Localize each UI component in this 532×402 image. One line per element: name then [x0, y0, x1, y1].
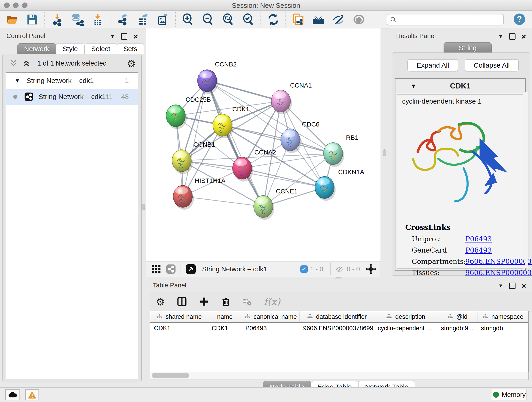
import-table-icon[interactable] [91, 13, 104, 26]
edge-CDK1-RB1[interactable] [222, 125, 333, 153]
cloud-status-button[interactable] [5, 389, 20, 400]
left-splitter-handle[interactable] [142, 204, 145, 211]
node-HIST1H1A[interactable]: HIST1H1A [173, 177, 225, 210]
crosslink-link[interactable]: 9606.ENSP00000378699 [465, 257, 532, 265]
protein-structure-image [404, 111, 516, 218]
zoom-fit-icon[interactable] [222, 13, 234, 26]
export-table-icon[interactable] [137, 13, 149, 26]
column-header-database-identifier[interactable]: database identifier [299, 311, 374, 322]
column-header-description[interactable]: description [374, 311, 437, 322]
clone-network-icon[interactable] [292, 13, 304, 26]
edge-CCNA2-CDKN1A[interactable] [242, 168, 325, 187]
results-panel-float-icon[interactable]: ▼ [498, 33, 503, 39]
open-session-icon[interactable] [6, 13, 18, 26]
save-session-icon[interactable] [26, 13, 38, 26]
edge-CCNB2-CCNA1[interactable] [207, 81, 281, 101]
column-header-shared-name[interactable]: shared name [150, 311, 208, 322]
column-header--id[interactable]: @id [437, 311, 477, 322]
import-network-from-database-icon[interactable] [71, 13, 84, 26]
node-CCNA2[interactable]: CCNA2 [233, 149, 276, 182]
table-cell[interactable]: stringdb [477, 322, 528, 334]
control-panel-close-icon[interactable]: × [133, 34, 138, 39]
edge-CCNA1-CDC25B[interactable] [176, 101, 281, 116]
crosslink-link[interactable]: 9606.ENSP00000378699 [465, 269, 532, 277]
export-image-icon[interactable] [157, 13, 169, 26]
expand-all-button[interactable]: Expand All [407, 59, 458, 71]
refresh-view-icon[interactable] [267, 13, 279, 26]
node-CCNB2[interactable]: CCNB2 [197, 61, 237, 94]
show-columns-icon[interactable] [177, 296, 187, 307]
search-box[interactable] [387, 14, 504, 26]
search-input[interactable] [397, 16, 489, 24]
zoom-out-icon[interactable] [202, 13, 214, 26]
crosslink-link[interactable]: P06493 [465, 246, 492, 254]
table-cell[interactable]: 9606.ENSP00000378699 [299, 322, 374, 334]
delete-table-icon[interactable] [243, 297, 252, 306]
network-canvas[interactable]: CCNB2CCNA1CDC25BCDK1CDC6RB1CCNB1CCNA2CDK… [146, 28, 381, 262]
network-view-icon[interactable] [166, 264, 176, 274]
edge-HIST1H1A-CCNE1[interactable] [183, 196, 263, 206]
node-CCNA1[interactable]: CCNA1 [271, 82, 312, 114]
memory-button[interactable]: Memory [492, 389, 527, 400]
birdseye-view-icon[interactable] [186, 264, 196, 274]
first-neighbors-icon[interactable] [312, 13, 325, 26]
network-collection-row[interactable]: ▼ String Network – cdk1 1 [6, 73, 138, 89]
warnings-button[interactable] [25, 389, 39, 400]
delete-column-icon[interactable] [221, 297, 231, 307]
edge-CCNB2-CCNE1[interactable] [207, 81, 263, 206]
column-header-name[interactable]: name [208, 311, 242, 322]
grid-mode-icon[interactable] [151, 264, 161, 274]
add-column-icon[interactable] [199, 297, 209, 307]
network-options-gear-icon[interactable]: ⚙ [127, 58, 136, 70]
column-header-canonical-name[interactable]: canonical name [242, 311, 299, 322]
string-results-box: Expand All Collapse All ▼ CDK1 cyclin-de… [392, 52, 530, 276]
table-cell[interactable]: cyclin-dependent ... [374, 322, 437, 334]
table-cell[interactable]: CDK1 [150, 322, 208, 334]
hide-graphics-details-icon[interactable] [332, 13, 345, 26]
collection-expand-icon[interactable]: ▼ [15, 77, 20, 84]
network-panel-box: 1 of 1 Network selected ⚙ ▼ String Netwo… [2, 54, 142, 382]
control-panel-float-icon[interactable]: ▼ [110, 33, 115, 39]
table-cell[interactable]: CDK1 [208, 322, 242, 334]
control-panel-tabs: NetworkStyleSelectSets [17, 43, 144, 54]
tab-network[interactable]: Network [17, 43, 56, 54]
crosslink-link[interactable]: P06493 [465, 235, 492, 243]
table-panel-close-icon[interactable]: × [521, 283, 526, 288]
control-panel-maximize-icon[interactable] [121, 33, 127, 40]
table-row[interactable]: CDK1CDK1P064939606.ENSP00000378699cyclin… [150, 322, 528, 334]
node-CCNE1[interactable]: CCNE1 [254, 188, 298, 220]
results-panel-maximize-icon[interactable] [509, 33, 515, 40]
vertical-splitter-handle[interactable] [383, 149, 386, 156]
show-graphics-details-icon[interactable] [353, 13, 365, 26]
node-CDC25B[interactable]: CDC25B [166, 96, 211, 129]
table-panel-maximize-icon[interactable] [509, 283, 515, 289]
tab-sets[interactable]: Sets [117, 43, 144, 54]
gene-section-header[interactable]: ▼ CDK1 [395, 79, 525, 93]
zoom-selected-icon[interactable] [242, 13, 254, 26]
table-panel-float-icon[interactable]: ▼ [498, 283, 503, 289]
node-CDK1[interactable]: CDK1 [213, 106, 249, 138]
tab-select[interactable]: Select [85, 43, 117, 54]
table-hscrollbar[interactable] [150, 372, 529, 380]
results-panel-close-icon[interactable]: × [521, 34, 526, 39]
import-network-icon[interactable] [51, 13, 63, 26]
selected-nodes-checkbox[interactable]: ✓ [300, 265, 308, 273]
tab-string[interactable]: String [443, 42, 492, 53]
column-header-namespace[interactable]: namespace [477, 311, 528, 322]
network-row[interactable]: String Network – cdk1 11 48 [6, 89, 138, 105]
zoom-in-icon[interactable] [182, 13, 194, 26]
collapse-all-button[interactable]: Collapse All [465, 59, 519, 71]
table-options-gear-icon[interactable]: ⚙ [156, 296, 165, 307]
help-button[interactable]: ? [514, 13, 525, 25]
results-scrollbar[interactable] [525, 92, 528, 269]
table-cell[interactable]: P06493 [242, 322, 299, 334]
window-title: Session: New Session [0, 2, 532, 9]
table-cell[interactable]: stringdb:9... [437, 322, 477, 334]
node-CDKN1A[interactable]: CDKN1A [315, 168, 364, 201]
node-RB1[interactable]: RB1 [323, 134, 358, 167]
table-hscrollbar-thumb[interactable] [152, 373, 189, 378]
tab-style[interactable]: Style [56, 43, 85, 54]
pan-crosshair-icon[interactable] [365, 264, 376, 274]
function-builder-icon[interactable]: f(x) [264, 296, 280, 307]
export-network-icon[interactable] [116, 13, 129, 26]
